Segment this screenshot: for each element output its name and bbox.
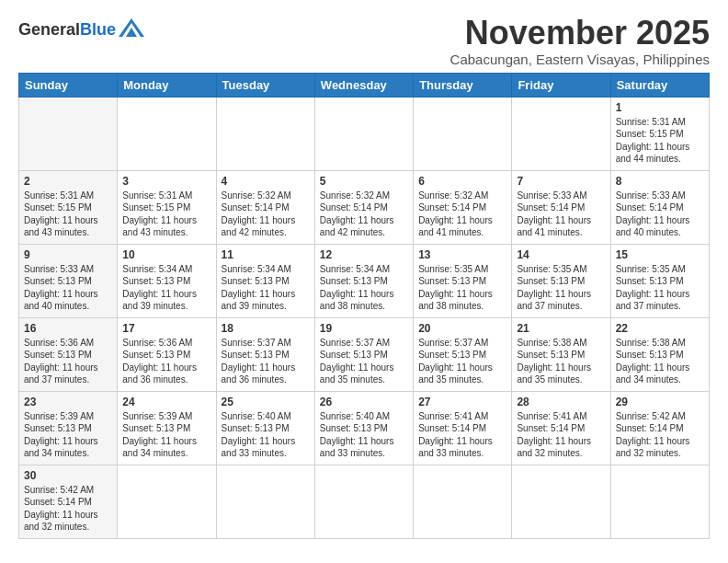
cell-sun-info: Sunrise: 5:31 AM Sunset: 5:15 PM Dayligh…	[122, 190, 210, 239]
cell-sun-info: Sunrise: 5:37 AM Sunset: 5:13 PM Dayligh…	[222, 337, 310, 386]
calendar-header: SundayMondayTuesdayWednesdayThursdayFrid…	[19, 73, 710, 97]
day-number: 29	[616, 396, 704, 408]
calendar-cell: 24Sunrise: 5:39 AM Sunset: 5:13 PM Dayli…	[118, 391, 216, 465]
cell-sun-info: Sunrise: 5:35 AM Sunset: 5:13 PM Dayligh…	[616, 263, 704, 313]
day-number: 10	[122, 248, 210, 261]
cell-sun-info: Sunrise: 5:42 AM Sunset: 5:14 PM Dayligh…	[24, 484, 112, 534]
cell-sun-info: Sunrise: 5:32 AM Sunset: 5:14 PM Dayligh…	[320, 190, 408, 239]
cell-sun-info: Sunrise: 5:41 AM Sunset: 5:14 PM Dayligh…	[517, 410, 605, 460]
cell-sun-info: Sunrise: 5:35 AM Sunset: 5:13 PM Dayligh…	[418, 263, 506, 313]
logo-blue-text: Blue	[80, 21, 116, 38]
cell-sun-info: Sunrise: 5:37 AM Sunset: 5:13 PM Dayligh…	[418, 337, 506, 386]
day-number: 27	[418, 396, 506, 408]
logo-general-text: General	[18, 21, 80, 38]
cell-sun-info: Sunrise: 5:38 AM Sunset: 5:13 PM Dayligh…	[517, 337, 605, 386]
cell-sun-info: Sunrise: 5:31 AM Sunset: 5:15 PM Dayligh…	[24, 190, 112, 239]
calendar-cell: 18Sunrise: 5:37 AM Sunset: 5:13 PM Dayli…	[216, 317, 314, 391]
calendar-cell: 19Sunrise: 5:37 AM Sunset: 5:13 PM Dayli…	[314, 317, 413, 391]
day-number: 4	[222, 175, 310, 188]
calendar-cell: 21Sunrise: 5:38 AM Sunset: 5:13 PM Dayli…	[512, 317, 610, 391]
calendar-table: SundayMondayTuesdayWednesdayThursdayFrid…	[18, 73, 710, 539]
logo-icon	[119, 18, 144, 37]
calendar-week-row: 16Sunrise: 5:36 AM Sunset: 5:13 PM Dayli…	[19, 317, 710, 391]
location-subtitle: Cabacungan, Eastern Visayas, Philippines	[450, 52, 710, 67]
day-number: 8	[616, 175, 704, 188]
calendar-cell: 16Sunrise: 5:36 AM Sunset: 5:13 PM Dayli…	[19, 317, 118, 391]
cell-sun-info: Sunrise: 5:33 AM Sunset: 5:14 PM Dayligh…	[517, 190, 605, 239]
calendar-cell: 13Sunrise: 5:35 AM Sunset: 5:13 PM Dayli…	[414, 244, 512, 317]
day-number: 26	[320, 396, 408, 408]
day-number: 19	[320, 322, 408, 335]
cell-sun-info: Sunrise: 5:31 AM Sunset: 5:15 PM Dayligh…	[616, 116, 704, 166]
calendar-cell	[314, 465, 413, 538]
cell-sun-info: Sunrise: 5:41 AM Sunset: 5:14 PM Dayligh…	[418, 410, 506, 460]
cell-sun-info: Sunrise: 5:33 AM Sunset: 5:14 PM Dayligh…	[616, 190, 704, 239]
calendar-cell: 5Sunrise: 5:32 AM Sunset: 5:14 PM Daylig…	[314, 170, 413, 244]
calendar-cell: 15Sunrise: 5:35 AM Sunset: 5:13 PM Dayli…	[610, 244, 709, 317]
day-number: 13	[418, 248, 506, 261]
logo: General Blue	[18, 15, 144, 38]
header: General Blue November 2025 Cabacungan, E…	[18, 15, 710, 67]
day-number: 14	[517, 248, 605, 261]
day-number: 5	[320, 175, 408, 188]
weekday-header-saturday: Saturday	[610, 73, 709, 97]
day-number: 9	[24, 248, 112, 261]
calendar-cell	[314, 97, 413, 170]
calendar-cell: 9Sunrise: 5:33 AM Sunset: 5:13 PM Daylig…	[19, 244, 118, 317]
calendar-week-row: 2Sunrise: 5:31 AM Sunset: 5:15 PM Daylig…	[19, 170, 710, 244]
cell-sun-info: Sunrise: 5:34 AM Sunset: 5:13 PM Dayligh…	[122, 263, 210, 313]
calendar-week-row: 30Sunrise: 5:42 AM Sunset: 5:14 PM Dayli…	[19, 465, 710, 538]
title-area: November 2025 Cabacungan, Eastern Visaya…	[450, 15, 710, 67]
calendar-cell: 30Sunrise: 5:42 AM Sunset: 5:14 PM Dayli…	[19, 465, 118, 538]
calendar-week-row: 23Sunrise: 5:39 AM Sunset: 5:13 PM Dayli…	[19, 391, 710, 465]
calendar-cell: 4Sunrise: 5:32 AM Sunset: 5:14 PM Daylig…	[216, 170, 314, 244]
weekday-header-sunday: Sunday	[19, 73, 118, 97]
cell-sun-info: Sunrise: 5:32 AM Sunset: 5:14 PM Dayligh…	[418, 190, 506, 239]
calendar-cell	[118, 97, 216, 170]
cell-sun-info: Sunrise: 5:36 AM Sunset: 5:13 PM Dayligh…	[24, 337, 112, 386]
calendar-cell	[512, 465, 610, 538]
day-number: 6	[418, 175, 506, 188]
day-number: 21	[517, 322, 605, 335]
calendar-cell	[216, 465, 314, 538]
day-number: 2	[24, 175, 112, 188]
calendar-cell	[19, 97, 118, 170]
day-number: 12	[320, 248, 408, 261]
day-number: 22	[616, 322, 704, 335]
calendar-cell: 8Sunrise: 5:33 AM Sunset: 5:14 PM Daylig…	[610, 170, 709, 244]
calendar-cell: 26Sunrise: 5:40 AM Sunset: 5:13 PM Dayli…	[314, 391, 413, 465]
day-number: 11	[222, 248, 310, 261]
day-number: 15	[616, 248, 704, 261]
day-number: 20	[418, 322, 506, 335]
cell-sun-info: Sunrise: 5:34 AM Sunset: 5:13 PM Dayligh…	[320, 263, 408, 313]
day-number: 3	[122, 175, 210, 188]
day-number: 24	[122, 396, 210, 408]
calendar-cell: 23Sunrise: 5:39 AM Sunset: 5:13 PM Dayli…	[19, 391, 118, 465]
calendar-cell	[414, 97, 512, 170]
calendar-cell: 12Sunrise: 5:34 AM Sunset: 5:13 PM Dayli…	[314, 244, 413, 317]
cell-sun-info: Sunrise: 5:37 AM Sunset: 5:13 PM Dayligh…	[320, 337, 408, 386]
calendar-cell: 10Sunrise: 5:34 AM Sunset: 5:13 PM Dayli…	[118, 244, 216, 317]
calendar-cell: 25Sunrise: 5:40 AM Sunset: 5:13 PM Dayli…	[216, 391, 314, 465]
day-number: 7	[517, 175, 605, 188]
weekday-header-row: SundayMondayTuesdayWednesdayThursdayFrid…	[19, 73, 710, 97]
calendar-cell: 17Sunrise: 5:36 AM Sunset: 5:13 PM Dayli…	[118, 317, 216, 391]
calendar-cell	[118, 465, 216, 538]
calendar-cell: 27Sunrise: 5:41 AM Sunset: 5:14 PM Dayli…	[414, 391, 512, 465]
calendar-cell: 11Sunrise: 5:34 AM Sunset: 5:13 PM Dayli…	[216, 244, 314, 317]
day-number: 16	[24, 322, 112, 335]
calendar-cell: 6Sunrise: 5:32 AM Sunset: 5:14 PM Daylig…	[414, 170, 512, 244]
cell-sun-info: Sunrise: 5:35 AM Sunset: 5:13 PM Dayligh…	[517, 263, 605, 313]
cell-sun-info: Sunrise: 5:33 AM Sunset: 5:13 PM Dayligh…	[24, 263, 112, 313]
cell-sun-info: Sunrise: 5:32 AM Sunset: 5:14 PM Dayligh…	[222, 190, 310, 239]
cell-sun-info: Sunrise: 5:40 AM Sunset: 5:13 PM Dayligh…	[222, 410, 310, 460]
day-number: 25	[222, 396, 310, 408]
cell-sun-info: Sunrise: 5:40 AM Sunset: 5:13 PM Dayligh…	[320, 410, 408, 460]
calendar-cell	[216, 97, 314, 170]
calendar-cell: 29Sunrise: 5:42 AM Sunset: 5:14 PM Dayli…	[610, 391, 709, 465]
calendar-cell: 28Sunrise: 5:41 AM Sunset: 5:14 PM Dayli…	[512, 391, 610, 465]
cell-sun-info: Sunrise: 5:36 AM Sunset: 5:13 PM Dayligh…	[122, 337, 210, 386]
calendar-week-row: 1Sunrise: 5:31 AM Sunset: 5:15 PM Daylig…	[19, 97, 710, 170]
cell-sun-info: Sunrise: 5:34 AM Sunset: 5:13 PM Dayligh…	[222, 263, 310, 313]
calendar-cell: 7Sunrise: 5:33 AM Sunset: 5:14 PM Daylig…	[512, 170, 610, 244]
